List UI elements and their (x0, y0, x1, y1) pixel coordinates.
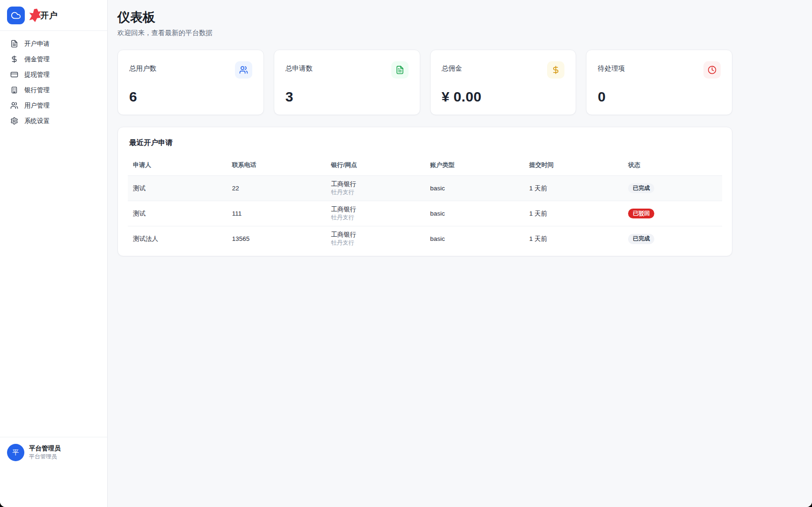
stat-value: 6 (129, 89, 252, 105)
stat-card-header: 总用户数 (129, 61, 252, 79)
gear-icon (10, 117, 18, 125)
stat-card-total-users: 总用户数6 (117, 50, 264, 115)
cell-submitted-time: 1 天前 (524, 201, 623, 226)
branch-name: 牡丹支行 (331, 214, 420, 222)
page-title: 仪表板 (117, 10, 732, 25)
file-text-icon (391, 61, 409, 79)
cell-phone: 22 (227, 176, 326, 201)
user-meta: 平台管理员 平台管理员 (29, 444, 61, 461)
status-badge: 已完成 (628, 234, 654, 244)
applications-table: 申请人联系电话银行/网点账户类型提交时间状态 测试22工商银行牡丹支行basic… (128, 156, 722, 251)
stat-card-header: 总申请数 (285, 61, 409, 79)
sidebar-item-label: 提现管理 (24, 71, 50, 79)
main-content: 仪表板 欢迎回来，查看最新的平台数据 总用户数6总申请数3总佣金¥ 0.00待处… (108, 0, 812, 507)
dollar-icon (10, 55, 18, 63)
column-header: 账户类型 (425, 156, 524, 176)
users-icon (235, 61, 252, 79)
avatar: 平 (7, 444, 24, 461)
sidebar-item-account-applications[interactable]: 开户申请 (6, 37, 102, 51)
sidebar-item-bank-management[interactable]: 银行管理 (6, 83, 102, 97)
stat-value: ¥ 0.00 (442, 89, 565, 105)
stat-card-total-applications: 总申请数3 (274, 50, 420, 115)
table-header: 申请人联系电话银行/网点账户类型提交时间状态 (128, 156, 722, 176)
file-text-icon (10, 40, 18, 48)
stat-label: 待处理项 (598, 61, 625, 73)
bank-name: 工商银行 (331, 231, 420, 239)
stat-label: 总申请数 (285, 61, 313, 73)
sidebar-item-system-settings[interactable]: 系统设置 (6, 114, 102, 128)
table-row: 测试22工商银行牡丹支行basic1 天前已完成 (128, 176, 722, 201)
sidebar-user-section[interactable]: 平 平台管理员 平台管理员 (0, 437, 107, 507)
stat-card-header: 待处理项 (598, 61, 721, 79)
app-logo (7, 7, 25, 24)
sidebar-item-label: 开户申请 (24, 40, 50, 48)
user-role: 平台管理员 (29, 453, 61, 461)
sidebar-item-user-management[interactable]: 用户管理 (6, 99, 102, 112)
sidebar-item-label: 用户管理 (24, 101, 50, 110)
cell-applicant: 测试 (128, 176, 227, 201)
branch-name: 牡丹支行 (331, 239, 420, 247)
sidebar-item-withdrawal-management[interactable]: 提现管理 (6, 68, 102, 81)
column-header: 申请人 (128, 156, 227, 176)
cloud-icon (11, 10, 21, 21)
users-icon (10, 101, 18, 109)
stat-label: 总佣金 (442, 61, 462, 73)
sidebar-item-label: 系统设置 (24, 117, 50, 125)
cell-phone: 13565 (227, 226, 326, 252)
cell-account-type: basic (425, 176, 524, 201)
cell-phone: 111 (227, 201, 326, 226)
column-header: 提交时间 (524, 156, 623, 176)
column-header: 银行/网点 (326, 156, 425, 176)
sidebar-item-label: 佣金管理 (24, 55, 50, 64)
red-scribble-mark (29, 8, 41, 23)
sidebar-item-label: 银行管理 (24, 86, 50, 94)
table-row: 测试法人13565工商银行牡丹支行basic1 天前已完成 (128, 226, 722, 252)
user-name: 平台管理员 (29, 444, 61, 453)
bank-name: 工商银行 (331, 180, 420, 188)
dollar-icon (547, 61, 564, 79)
table-row: 测试111工商银行牡丹支行basic1 天前已驳回 (128, 201, 722, 226)
clock-icon (703, 61, 721, 79)
stat-value: 3 (285, 89, 409, 105)
cell-status: 已驳回 (623, 201, 722, 226)
bank-icon (10, 86, 18, 94)
cell-bank-branch: 工商银行牡丹支行 (326, 201, 425, 226)
stat-card-header: 总佣金 (442, 61, 565, 79)
credit-card-icon (10, 71, 18, 79)
cell-submitted-time: 1 天前 (524, 176, 623, 201)
cell-status: 已完成 (623, 176, 722, 201)
page-subtitle: 欢迎回来，查看最新的平台数据 (117, 29, 732, 37)
brand: 开户 (29, 8, 58, 23)
cell-status: 已完成 (623, 226, 722, 252)
cell-account-type: basic (425, 201, 524, 226)
cell-applicant: 测试法人 (128, 226, 227, 252)
cell-bank-branch: 工商银行牡丹支行 (326, 176, 425, 201)
column-header: 联系电话 (227, 156, 326, 176)
stat-value: 0 (598, 89, 721, 105)
sidebar-item-commission-management[interactable]: 佣金管理 (6, 52, 102, 66)
cell-applicant: 测试 (128, 201, 227, 226)
cell-account-type: basic (425, 226, 524, 252)
stat-card-pending-items: 待处理项0 (586, 50, 732, 115)
stats-grid: 总用户数6总申请数3总佣金¥ 0.00待处理项0 (117, 50, 732, 115)
cell-bank-branch: 工商银行牡丹支行 (326, 226, 425, 252)
branch-name: 牡丹支行 (331, 188, 420, 196)
sidebar-header: 开户 (0, 0, 107, 31)
panel-title: 最近开户申请 (129, 138, 721, 148)
bank-name: 工商银行 (331, 205, 420, 214)
status-badge: 已驳回 (628, 209, 654, 219)
sidebar-nav: 开户申请佣金管理提现管理银行管理用户管理系统设置 (0, 31, 107, 437)
cell-submitted-time: 1 天前 (524, 226, 623, 252)
stat-label: 总用户数 (129, 61, 156, 73)
brand-name: 开户 (40, 10, 58, 21)
sidebar: 开户 开户申请佣金管理提现管理银行管理用户管理系统设置 平 平台管理员 平台管理… (0, 0, 108, 507)
app-window: 开户 开户申请佣金管理提现管理银行管理用户管理系统设置 平 平台管理员 平台管理… (0, 0, 812, 507)
status-badge: 已完成 (628, 183, 654, 194)
column-header: 状态 (623, 156, 722, 176)
stat-card-total-commission: 总佣金¥ 0.00 (430, 50, 577, 115)
recent-applications-panel: 最近开户申请 申请人联系电话银行/网点账户类型提交时间状态 测试22工商银行牡丹… (117, 127, 732, 256)
